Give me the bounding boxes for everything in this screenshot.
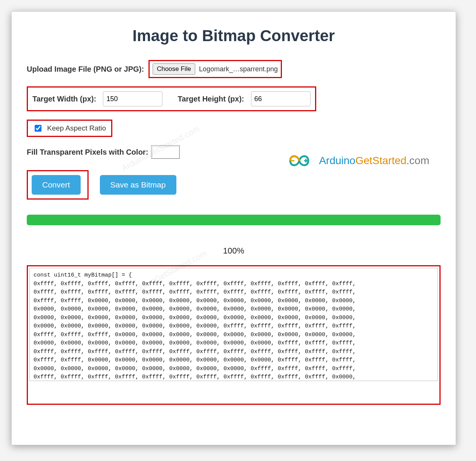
upload-label: Upload Image File (PNG or JPG): [27, 65, 144, 74]
converter-panel: Image to Bitmap Converter Upload Image F… [11, 11, 456, 445]
color-swatch-icon [152, 146, 179, 158]
width-label: Target Width (px): [32, 95, 96, 103]
buttons-row: Convert Save as Bitmap [27, 170, 441, 200]
aspect-checkbox[interactable] [35, 125, 41, 132]
height-input[interactable] [251, 91, 311, 106]
upload-row: Upload Image File (PNG or JPG): Choose F… [27, 60, 441, 78]
code-output-highlight [27, 265, 441, 405]
dimensions-highlight: Target Width (px): Target Height (px): [27, 86, 316, 111]
convert-highlight: Convert [27, 170, 89, 200]
code-output[interactable] [29, 268, 438, 381]
fill-row: Fill Transparent Pixels with Color: [27, 145, 441, 159]
height-label: Target Height (px): [178, 95, 244, 103]
aspect-row: Keep Aspect Ratio [27, 120, 441, 137]
page-title: Image to Bitmap Converter [27, 27, 441, 45]
aspect-highlight: Keep Aspect Ratio [27, 120, 112, 137]
save-bitmap-button[interactable]: Save as Bitmap [100, 175, 176, 195]
chosen-filename: Logomark_…sparrent.png [199, 65, 278, 73]
convert-button[interactable]: Convert [32, 175, 81, 195]
fill-color-input[interactable] [151, 145, 180, 159]
file-input-highlight: Choose File Logomark_…sparrent.png [148, 60, 282, 78]
aspect-label: Keep Aspect Ratio [47, 124, 106, 132]
progress-bar [27, 215, 441, 225]
progress-percent: 100% [27, 246, 441, 256]
dimensions-row: Target Width (px): Target Height (px): [27, 86, 441, 111]
width-input[interactable] [103, 91, 162, 106]
choose-file-button[interactable]: Choose File [153, 63, 195, 75]
fill-label: Fill Transparent Pixels with Color: [27, 148, 148, 157]
